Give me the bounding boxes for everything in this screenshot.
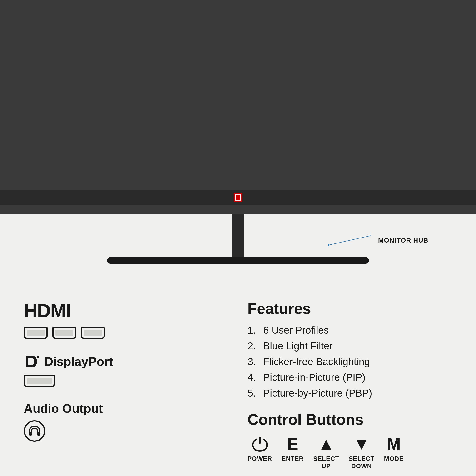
feature-num-4: 4. bbox=[248, 372, 259, 383]
hdmi-port-1 bbox=[24, 326, 48, 339]
hdmi-port-3 bbox=[81, 326, 105, 339]
stand-base-line bbox=[107, 257, 369, 264]
feature-text-5: Picture-by-Picture (PBP) bbox=[263, 388, 372, 399]
feature-text-2: Blue Light Filter bbox=[263, 340, 333, 352]
feature-num-1: 1. bbox=[248, 325, 259, 336]
select-up-button-ctrl: ▲ SELECTUP bbox=[313, 436, 339, 470]
control-buttons-block: Control Buttons POWER E ENTER ▲ SELECTUP bbox=[248, 411, 452, 470]
feature-text-4: Picture-in-Picture (PIP) bbox=[263, 372, 365, 383]
left-column: HDMI DisplayPort bbox=[24, 300, 228, 466]
feature-text-1: 6 User Profiles bbox=[263, 325, 329, 336]
mode-button-ctrl: M MODE bbox=[384, 436, 404, 462]
svg-rect-4 bbox=[37, 432, 40, 436]
power-label: POWER bbox=[248, 455, 272, 462]
feature-text-3: Flicker-free Backlighting bbox=[263, 356, 370, 368]
stand-section: MONITOR HUB bbox=[0, 214, 476, 286]
dp-header: DisplayPort bbox=[24, 353, 228, 370]
power-icon bbox=[252, 436, 268, 452]
hub-label: MONITOR HUB bbox=[378, 237, 428, 244]
displayport-port bbox=[24, 374, 55, 387]
right-column: Features 1. 6 User Profiles 2. Blue Ligh… bbox=[248, 300, 452, 466]
displayport-block: DisplayPort bbox=[24, 353, 228, 387]
control-buttons-title: Control Buttons bbox=[248, 411, 452, 428]
info-section: HDMI DisplayPort bbox=[0, 286, 476, 476]
feature-item-1: 1. 6 User Profiles bbox=[248, 325, 452, 336]
hdmi-ports bbox=[24, 326, 228, 339]
select-down-icon: ▼ bbox=[354, 436, 370, 452]
svg-line-0 bbox=[328, 236, 371, 245]
monitor-body bbox=[0, 0, 476, 190]
feature-item-5: 5. Picture-by-Picture (PBP) bbox=[248, 388, 452, 399]
control-buttons-row: POWER E ENTER ▲ SELECTUP ▼ SELECTDOWN M … bbox=[248, 436, 452, 470]
svg-point-1 bbox=[328, 244, 329, 246]
svg-rect-2 bbox=[37, 356, 39, 358]
select-up-label: SELECTUP bbox=[313, 455, 339, 470]
mode-label: MODE bbox=[384, 455, 404, 462]
feature-num-2: 2. bbox=[248, 340, 259, 352]
select-up-icon: ▲ bbox=[318, 436, 334, 452]
monitor-bottom-bar bbox=[0, 190, 476, 205]
svg-rect-3 bbox=[29, 432, 32, 436]
headphone-icon bbox=[24, 420, 45, 442]
enter-button-ctrl: E ENTER bbox=[282, 436, 304, 462]
stand-base bbox=[107, 252, 369, 267]
displayport-label: DisplayPort bbox=[44, 354, 113, 369]
features-block: Features 1. 6 User Profiles 2. Blue Ligh… bbox=[248, 300, 452, 399]
hub-arrow-line bbox=[328, 233, 376, 248]
feature-item-2: 2. Blue Light Filter bbox=[248, 340, 452, 352]
select-down-button-ctrl: ▼ SELECTDOWN bbox=[349, 436, 374, 470]
hdmi-block: HDMI bbox=[24, 300, 228, 339]
mode-icon: M bbox=[387, 436, 401, 452]
feature-num-5: 5. bbox=[248, 388, 259, 399]
feature-item-3: 3. Flicker-free Backlighting bbox=[248, 356, 452, 368]
audio-block: Audio Output bbox=[24, 401, 228, 442]
audio-title: Audio Output bbox=[24, 401, 228, 416]
brand-logo bbox=[234, 193, 242, 202]
hub-annotation: MONITOR HUB bbox=[328, 233, 428, 248]
displayport-logo-icon bbox=[24, 353, 40, 370]
feature-item-4: 4. Picture-in-Picture (PIP) bbox=[248, 372, 452, 383]
features-title: Features bbox=[248, 300, 452, 318]
monitor-image bbox=[0, 0, 476, 214]
features-list: 1. 6 User Profiles 2. Blue Light Filter … bbox=[248, 325, 452, 399]
enter-label: ENTER bbox=[282, 455, 304, 462]
feature-num-3: 3. bbox=[248, 356, 259, 368]
hdmi-port-2 bbox=[52, 326, 76, 339]
enter-icon: E bbox=[287, 436, 298, 452]
select-down-label: SELECTDOWN bbox=[349, 455, 374, 470]
hdmi-logo: HDMI bbox=[24, 300, 228, 322]
power-button-ctrl: POWER bbox=[248, 436, 272, 462]
